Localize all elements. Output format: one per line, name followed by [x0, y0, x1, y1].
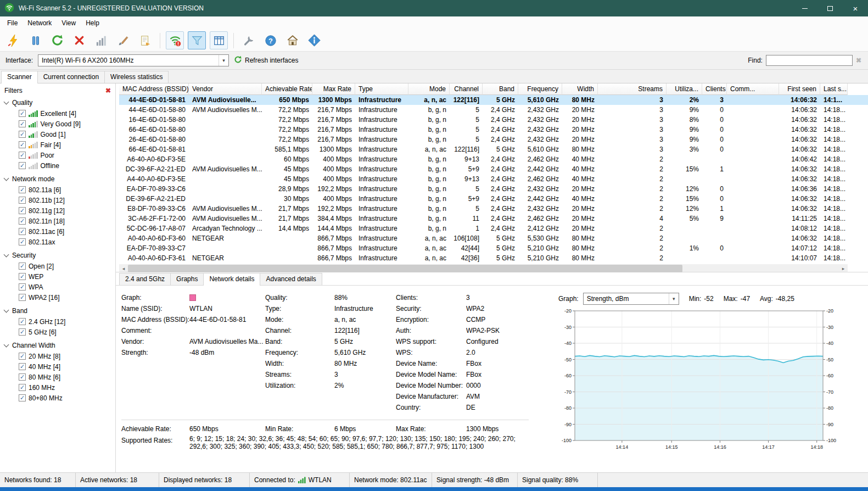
- filter-item-80-80-mhz[interactable]: ✓80+80 MHz: [4, 393, 113, 403]
- checkbox[interactable]: ✓: [19, 294, 26, 301]
- filter-item-excellent-4[interactable]: ✓Excellent [4]: [4, 108, 113, 119]
- table-row[interactable]: EA-DF-70-89-33-C7866,7 MbpsInfrastructur…: [119, 243, 868, 253]
- col-type[interactable]: Type: [355, 83, 408, 95]
- checkbox[interactable]: ✓: [19, 384, 26, 391]
- filter-item-poor[interactable]: ✓Poor: [4, 150, 113, 160]
- lightning-button[interactable]: [4, 31, 23, 49]
- table-row[interactable]: 5C-DC-96-17-A8-07Arcadyan Technology ...…: [119, 224, 868, 233]
- filter-item-fair-4[interactable]: ✓Fair [4]: [4, 140, 113, 150]
- minimize-button[interactable]: [792, 0, 817, 16]
- checkbox[interactable]: ✓: [19, 373, 26, 381]
- help-button[interactable]: ?: [261, 31, 279, 49]
- checkbox[interactable]: ✓: [19, 228, 26, 235]
- refresh-interfaces-button[interactable]: Refresh interfaces: [234, 55, 298, 65]
- filter-item-good-1[interactable]: ✓Good [1]: [4, 129, 113, 140]
- find-clear-icon[interactable]: ✖: [856, 57, 861, 64]
- horizontal-scrollbar[interactable]: ◂ ▸: [119, 264, 848, 273]
- find-input[interactable]: [766, 55, 853, 66]
- filter-item-5-ghz-6[interactable]: ✓5 GHz [6]: [4, 327, 113, 337]
- checkbox[interactable]: ✓: [19, 197, 26, 204]
- col-max-rate[interactable]: Max Rate: [312, 83, 355, 95]
- tab-scanner[interactable]: Scanner: [1, 71, 38, 83]
- checkbox[interactable]: ✓: [19, 353, 26, 360]
- col-band[interactable]: Band: [483, 83, 518, 95]
- filter-item-offline[interactable]: ✓Offline: [4, 160, 113, 171]
- columns-button[interactable]: [210, 31, 228, 49]
- graph-type-select[interactable]: Strength, dBm ▾: [583, 293, 679, 305]
- menu-network[interactable]: Network: [23, 17, 57, 29]
- scrollbar-thumb[interactable]: [128, 265, 682, 272]
- detail-tab-network-details[interactable]: Network details: [203, 273, 260, 286]
- table-row[interactable]: 44-4E-6D-01-58-81AVM Audiovisuelle...650…: [119, 95, 868, 105]
- detail-tab-graphs[interactable]: Graphs: [170, 273, 204, 285]
- table-row[interactable]: 3C-A6-2F-F1-72-00AVM Audiovisuelles M...…: [119, 214, 868, 224]
- menu-help[interactable]: Help: [81, 17, 104, 29]
- checkbox[interactable]: ✓: [19, 238, 26, 245]
- checkbox[interactable]: ✓: [19, 120, 26, 127]
- filter-item-open-2[interactable]: ✓Open [2]: [4, 261, 113, 271]
- col-achievable-rate[interactable]: Achievable Rate: [262, 83, 312, 95]
- home-button[interactable]: [283, 31, 301, 49]
- filter-item-160-mhz[interactable]: ✓160 MHz: [4, 382, 113, 393]
- checkbox[interactable]: ✓: [19, 152, 26, 159]
- checkbox[interactable]: ✓: [19, 318, 26, 325]
- table-row[interactable]: A6-40-A0-6D-F3-5E60 Mbps400 MbpsInfrastr…: [119, 154, 868, 164]
- col-last-s[interactable]: Last s...: [820, 83, 848, 95]
- clear-signal-button[interactable]: [92, 31, 110, 49]
- filter-item-802-11g-12[interactable]: ✓802.11g [12]: [4, 205, 113, 216]
- filter-item-20-mhz-8[interactable]: ✓20 MHz [8]: [4, 351, 113, 361]
- checkbox[interactable]: ✓: [19, 363, 26, 370]
- close-button[interactable]: ×: [843, 0, 868, 16]
- table-row[interactable]: A4-40-A0-6D-F3-5E45 Mbps400 MbpsInfrastr…: [119, 174, 868, 184]
- table-row[interactable]: DC-39-6F-A2-21-EDAVM Audiovisuelles M...…: [119, 164, 868, 174]
- info-button[interactable]: [305, 31, 323, 49]
- filter-item-wpa[interactable]: ✓WPA: [4, 282, 113, 292]
- col-frequency[interactable]: Frequency: [518, 83, 562, 95]
- filter-item-802-11a-6[interactable]: ✓802.11a [6]: [4, 185, 113, 195]
- checkbox[interactable]: ✓: [19, 186, 26, 193]
- filters-close-button[interactable]: ✖: [105, 87, 111, 94]
- menu-view[interactable]: View: [57, 17, 81, 29]
- table-row[interactable]: 66-4E-6D-01-58-8072,2 Mbps216,7 MbpsInfr…: [119, 125, 868, 135]
- brush-button[interactable]: [114, 31, 132, 49]
- export-button[interactable]: [136, 31, 154, 49]
- checkbox[interactable]: ✓: [19, 110, 26, 117]
- table-row[interactable]: 44-4E-6D-01-58-80AVM Audiovisuelles M...…: [119, 105, 868, 115]
- filter-item-802-11n-18[interactable]: ✓802.11n [18]: [4, 216, 113, 226]
- filter-item-802-11ac-6[interactable]: ✓802.11ac [6]: [4, 226, 113, 237]
- col-utiliza[interactable]: Utiliza...: [667, 83, 702, 95]
- filter-item-wep[interactable]: ✓WEP: [4, 271, 113, 282]
- filter-group-security[interactable]: Security: [4, 250, 113, 261]
- checkbox[interactable]: ✓: [19, 131, 26, 138]
- tab-wireless-statistics[interactable]: Wireless statistics: [104, 71, 169, 83]
- checkbox[interactable]: ✓: [19, 263, 26, 270]
- interface-select[interactable]: Intel(R) Wi-Fi 6 AX200 160MHz ▾: [38, 54, 229, 66]
- checkbox[interactable]: ✓: [19, 162, 26, 169]
- pause-button[interactable]: [26, 31, 44, 49]
- wifi-alert-button[interactable]: [166, 31, 184, 49]
- checkbox[interactable]: ✓: [19, 141, 26, 148]
- col-mac-address-bssid[interactable]: MAC Address (BSSID): [119, 83, 189, 95]
- filter-group-channel-width[interactable]: Channel Width: [4, 340, 113, 351]
- table-row[interactable]: A0-40-A0-6D-F3-60NETGEAR866,7 MbpsInfras…: [119, 233, 868, 243]
- filter-item-very-good-9[interactable]: ✓Very Good [9]: [4, 119, 113, 129]
- table-row[interactable]: 16-4E-6D-01-58-8072,2 Mbps216,7 MbpsInfr…: [119, 115, 868, 125]
- filter-button[interactable]: [188, 31, 206, 49]
- table-row[interactable]: EA-DF-70-89-33-C628,9 Mbps192,2 MbpsInfr…: [119, 184, 868, 194]
- table-row[interactable]: DE-39-6F-A2-21-ED30 Mbps400 MbpsInfrastr…: [119, 194, 868, 204]
- filter-group-quality[interactable]: Quality: [4, 97, 113, 108]
- col-mode[interactable]: Mode: [408, 83, 450, 95]
- checkbox[interactable]: ✓: [19, 394, 26, 401]
- checkbox[interactable]: ✓: [19, 207, 26, 214]
- col-vendor[interactable]: Vendor: [189, 83, 262, 95]
- filter-item-40-mhz-4[interactable]: ✓40 MHz [4]: [4, 361, 113, 372]
- table-row[interactable]: A0-40-A0-6D-F3-61NETGEAR866,7 MbpsInfras…: [119, 253, 868, 263]
- table-row[interactable]: 26-4E-6D-01-58-8072,2 Mbps216,7 MbpsInfr…: [119, 135, 868, 144]
- col-first-seen[interactable]: First seen: [779, 83, 820, 95]
- checkbox[interactable]: ✓: [19, 283, 26, 291]
- checkbox[interactable]: ✓: [19, 217, 26, 225]
- col-width[interactable]: Width: [562, 83, 598, 95]
- tab-current-connection[interactable]: Current connection: [37, 71, 105, 83]
- delete-button[interactable]: [70, 31, 88, 49]
- checkbox[interactable]: ✓: [19, 273, 26, 280]
